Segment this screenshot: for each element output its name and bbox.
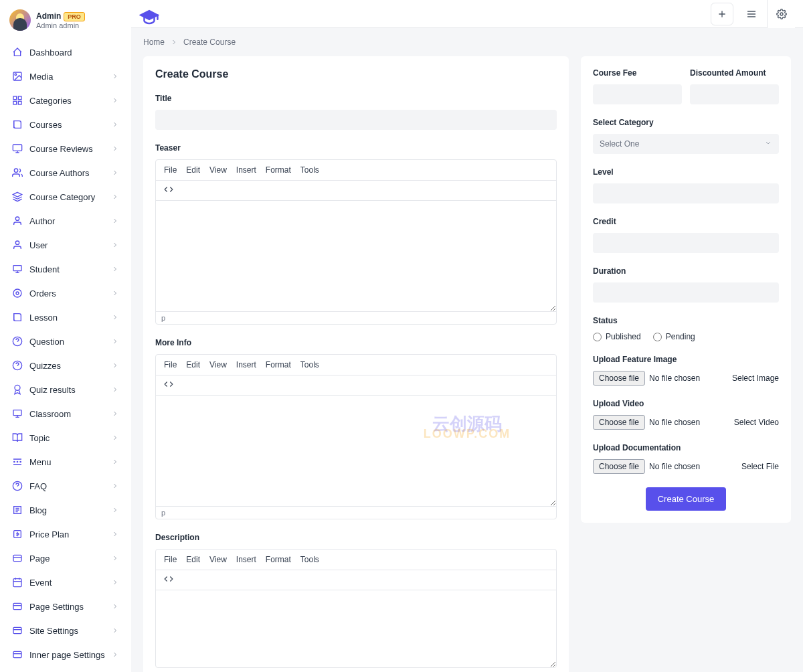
editor-menu-edit[interactable]: Edit (186, 555, 200, 564)
sidebar-item-quiz-results[interactable]: Quiz results (7, 379, 124, 400)
add-button[interactable] (711, 3, 733, 25)
source-code-icon[interactable] (164, 382, 173, 391)
sidebar-item-courses[interactable]: Courses (7, 114, 124, 135)
upimg-label: Upload Feature Image (593, 355, 779, 364)
home-icon (12, 47, 23, 58)
chevron-right-icon (111, 530, 119, 538)
sidebar-item-categories[interactable]: Categories (7, 90, 124, 111)
chevron-right-icon (111, 506, 119, 514)
updoc-label: Upload Documentation (593, 443, 779, 452)
sidebar-item-course-category[interactable]: Course Category (7, 186, 124, 207)
sidebar-item-label: Page (29, 554, 50, 564)
settings-button[interactable] (767, 0, 795, 28)
breadcrumb-home[interactable]: Home (143, 37, 165, 47)
duration-label: Duration (593, 266, 779, 276)
avatar[interactable] (9, 9, 31, 31)
editor-menu-edit[interactable]: Edit (186, 360, 200, 369)
user-box: AdminPRO Admin admin (7, 9, 124, 31)
breadcrumb-current: Create Course (183, 37, 236, 47)
editor-menu-file[interactable]: File (164, 555, 177, 564)
editor-body[interactable] (156, 396, 556, 506)
sidebar-item-user[interactable]: User (7, 234, 124, 256)
sidebar-item-course-reviews[interactable]: Course Reviews (7, 138, 124, 159)
source-code-icon[interactable] (164, 576, 173, 586)
sidebar-item-classroom[interactable]: Classroom (7, 403, 124, 424)
editor-menu-tools[interactable]: Tools (300, 360, 319, 369)
source-code-icon[interactable] (164, 187, 173, 196)
editor-body[interactable] (156, 590, 556, 667)
present-icon (12, 408, 23, 419)
duration-input[interactable] (593, 282, 779, 303)
editor-menu-insert[interactable]: Insert (236, 360, 256, 369)
sidebar-item-student[interactable]: Student (7, 258, 124, 280)
editor-menu-format[interactable]: Format (266, 360, 291, 369)
status-published[interactable]: Published (593, 332, 641, 341)
select-image-link[interactable]: Select Image (732, 373, 779, 383)
chevron-right-icon (111, 193, 119, 201)
editor-menu-view[interactable]: View (209, 165, 227, 175)
fee-input[interactable] (593, 84, 682, 104)
app-logo[interactable] (139, 7, 159, 21)
editor-menu-view[interactable]: View (209, 555, 227, 564)
chevron-right-icon (111, 361, 119, 369)
sidebar-item-topic[interactable]: Topic (7, 427, 124, 448)
sidebar-item-label: Orders (29, 288, 56, 299)
sidebar-item-quizzes[interactable]: Quizzes (7, 355, 124, 376)
select-file-link[interactable]: Select File (741, 462, 779, 471)
editor-status: p (156, 311, 556, 324)
editor-menu-file[interactable]: File (164, 360, 177, 369)
news-icon (12, 505, 23, 515)
editor-menu-format[interactable]: Format (266, 165, 291, 175)
sidebar-item-faq[interactable]: FAQ (7, 475, 124, 497)
help-icon (12, 481, 23, 491)
editor-body[interactable] (156, 201, 556, 311)
editor-menu-tools[interactable]: Tools (300, 165, 319, 175)
submit-button[interactable]: Create Course (646, 487, 727, 511)
chevron-right-icon (111, 120, 119, 129)
level-input[interactable] (593, 183, 779, 203)
sidebar-item-media[interactable]: Media (7, 66, 124, 87)
editor-menu-insert[interactable]: Insert (236, 555, 256, 564)
sidebar-item-lesson[interactable]: Lesson (7, 307, 124, 328)
sidebar-item-label: Author (29, 216, 55, 226)
choose-file-button[interactable]: Choose file (593, 371, 645, 386)
title-input[interactable] (155, 110, 557, 130)
editor-menu-tools[interactable]: Tools (300, 555, 319, 564)
editor-menubar: FileEditViewInsertFormatTools (156, 550, 556, 570)
sidebar-item-price-plan[interactable]: Price Plan (7, 523, 124, 545)
sidebar-item-course-authors[interactable]: Course Authors (7, 162, 124, 183)
sidebar-item-inner-page-settings[interactable]: Inner page Settings (7, 644, 124, 665)
editor-menu-file[interactable]: File (164, 165, 177, 175)
sidebar-item-event[interactable]: Event (7, 572, 124, 593)
sidebar-item-page[interactable]: Page (7, 548, 124, 569)
editor-menu-edit[interactable]: Edit (186, 165, 200, 175)
sidebar-item-author[interactable]: Author (7, 210, 124, 232)
select-video-link[interactable]: Select Video (734, 418, 779, 427)
chevron-right-icon (111, 554, 119, 562)
sidebar-item-dashboard[interactable]: Dashboard (7, 41, 124, 63)
editor-menu-view[interactable]: View (209, 360, 227, 369)
sidebar-item-menu[interactable]: Menu (7, 451, 124, 473)
choose-file-button[interactable]: Choose file (593, 415, 645, 430)
sidebar-item-administrative-tools[interactable]: Administrative Tools (7, 668, 124, 672)
editor-menu-format[interactable]: Format (266, 555, 291, 564)
nav-list: DashboardMediaCategoriesCoursesCourse Re… (7, 41, 124, 672)
credit-input[interactable] (593, 233, 779, 253)
sidebar-item-label: Lesson (29, 313, 58, 323)
sidebar-item-orders[interactable]: Orders (7, 282, 124, 304)
sidebar-item-label: Course Authors (29, 168, 90, 178)
book-icon (12, 119, 23, 130)
sidebar-item-page-settings[interactable]: Page Settings (7, 596, 124, 617)
sidebar-item-site-settings[interactable]: Site Settings (7, 620, 124, 641)
topbar (131, 0, 803, 28)
sidebar: AdminPRO Admin admin DashboardMediaCateg… (0, 0, 131, 672)
choose-file-button[interactable]: Choose file (593, 459, 645, 474)
disc-input[interactable] (690, 84, 779, 104)
status-pending[interactable]: Pending (653, 332, 695, 341)
category-select[interactable]: Select One (593, 134, 779, 154)
teaser-label: Teaser (155, 143, 557, 153)
sidebar-item-blog[interactable]: Blog (7, 499, 124, 521)
sidebar-item-question[interactable]: Question (7, 331, 124, 352)
menu-button[interactable] (740, 3, 763, 25)
editor-menu-insert[interactable]: Insert (236, 165, 256, 175)
